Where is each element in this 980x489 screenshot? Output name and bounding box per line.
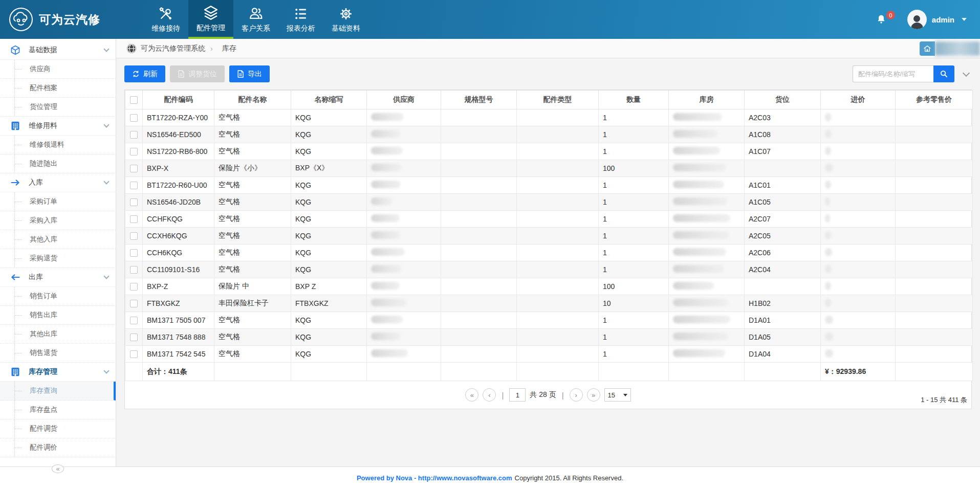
sidebar-item-3-3[interactable]: 销售退货 bbox=[0, 344, 116, 363]
sidebar-item-4-3[interactable]: 配件调价 bbox=[0, 438, 116, 457]
cell-code: CC1109101-S16 bbox=[143, 261, 214, 278]
row-checkbox[interactable] bbox=[130, 114, 138, 122]
last-page-button[interactable]: » bbox=[587, 388, 600, 402]
table-row[interactable]: BM1371 7542 545空气格KQG1D1A04 bbox=[125, 346, 973, 363]
page-size-select[interactable]: 15 bbox=[604, 388, 631, 402]
first-page-button[interactable]: « bbox=[465, 388, 478, 402]
table-row[interactable]: CC1109101-S16空气格KQG1A2C04 bbox=[125, 261, 973, 278]
cell-spec bbox=[441, 211, 517, 228]
sidebar-section: 入库 采购订单 采购入库 其他入库 采购退货 bbox=[0, 173, 116, 268]
row-checkbox[interactable] bbox=[130, 182, 138, 189]
table-row[interactable]: BXP-X保险片《小》BXP《X》100 bbox=[125, 160, 973, 177]
row-checkbox[interactable] bbox=[130, 148, 138, 155]
cell-qty: 1 bbox=[599, 329, 669, 346]
row-checkbox[interactable] bbox=[130, 317, 138, 324]
table-row[interactable]: CCXH6KQG空气格KQG1A2C05 bbox=[125, 228, 973, 244]
advanced-search-chevron-icon[interactable] bbox=[963, 69, 970, 76]
row-checkbox[interactable] bbox=[130, 131, 138, 139]
cell-qty: 100 bbox=[599, 278, 669, 295]
home-icon[interactable] bbox=[920, 41, 935, 56]
page-number-input[interactable] bbox=[509, 388, 526, 402]
user-menu-caret-icon[interactable] bbox=[962, 18, 967, 21]
table-row[interactable]: BT17220-RZA-Y00空气格KQG1A2C03 bbox=[125, 109, 973, 126]
sidebar-item-2-3[interactable]: 采购退货 bbox=[0, 249, 116, 268]
prev-page-button[interactable]: ‹ bbox=[483, 388, 496, 402]
row-checkbox[interactable] bbox=[130, 165, 138, 172]
search-button[interactable] bbox=[933, 65, 954, 82]
row-checkbox[interactable] bbox=[130, 198, 138, 206]
avatar[interactable] bbox=[907, 10, 927, 29]
table-row[interactable]: BXP-Z保险片 中BXP Z100 bbox=[125, 278, 973, 295]
refresh-button[interactable]: 刷新 bbox=[124, 65, 165, 82]
redacted-warehouse bbox=[673, 332, 728, 340]
sidebar-item-1-1[interactable]: 随进随出 bbox=[0, 154, 116, 173]
breadcrumb-system[interactable]: 可为云汽修管理系统 bbox=[141, 44, 205, 53]
sidebar-item-2-2[interactable]: 其他入库 bbox=[0, 230, 116, 249]
nav-tab-2[interactable]: 客户关系 bbox=[233, 0, 278, 39]
sidebar-item-0-2[interactable]: 货位管理 bbox=[0, 98, 116, 117]
notification-badge: 0 bbox=[886, 11, 895, 19]
sidebar-item-0-1[interactable]: 配件档案 bbox=[0, 79, 116, 98]
cell-qty: 1 bbox=[599, 244, 669, 261]
sidebar-item-1-0[interactable]: 维修领退料 bbox=[0, 136, 116, 154]
cell-retail bbox=[896, 346, 973, 363]
sidebar-item-0-0[interactable]: 供应商 bbox=[0, 60, 116, 79]
nav-tab-1[interactable]: 配件管理 bbox=[188, 0, 233, 39]
username-label[interactable]: admin bbox=[932, 15, 954, 24]
sidebar-section-header-3[interactable]: 出库 bbox=[0, 268, 116, 287]
table-row[interactable]: NS17220-RB6-800空气格KQG1A1C07 bbox=[125, 143, 973, 160]
powered-by-link[interactable]: Powered by Nova - http://www.novasoftwar… bbox=[357, 474, 512, 482]
sidebar-item-4-2[interactable]: 配件调货 bbox=[0, 419, 116, 438]
sidebar-item-2-1[interactable]: 采购入库 bbox=[0, 211, 116, 230]
row-checkbox[interactable] bbox=[130, 215, 138, 223]
nav-tab-3[interactable]: 报表分析 bbox=[278, 0, 323, 39]
cell-qty: 1 bbox=[599, 143, 669, 160]
sidebar-item-3-0[interactable]: 销售订单 bbox=[0, 287, 116, 306]
row-checkbox[interactable] bbox=[130, 350, 138, 358]
nav-tab-4[interactable]: 基础资料 bbox=[323, 0, 368, 39]
sidebar-item-2-0[interactable]: 采购订单 bbox=[0, 192, 116, 211]
row-checkbox[interactable] bbox=[130, 232, 138, 240]
next-page-button[interactable]: › bbox=[570, 388, 583, 402]
cell-qty: 1 bbox=[599, 126, 669, 143]
adjust-slot-button[interactable]: 调整货位 bbox=[170, 65, 225, 82]
sidebar-item-4-0[interactable]: 库存查询 bbox=[0, 382, 116, 401]
table-row[interactable]: BM1371 7548 888空气格KQG1D1A05 bbox=[125, 329, 973, 346]
sidebar-item-3-1[interactable]: 销售出库 bbox=[0, 306, 116, 325]
sidebar-item-3-2[interactable]: 其他出库 bbox=[0, 325, 116, 344]
sidebar-item-4-1[interactable]: 库存盘点 bbox=[0, 401, 116, 419]
cell-price bbox=[821, 312, 896, 329]
column-header-qty: 数量 bbox=[599, 91, 669, 109]
cell-name: 空气格 bbox=[214, 177, 291, 194]
cell-retail bbox=[896, 211, 973, 228]
cell-retail bbox=[896, 261, 973, 278]
table-row[interactable]: BT17220-R60-U00空气格KQG1A1C01 bbox=[125, 177, 973, 194]
table-row[interactable]: NS16546-ED500空气格KQG1A1C08 bbox=[125, 126, 973, 143]
sidebar-section-header-0[interactable]: 基础数据 bbox=[0, 41, 116, 60]
cell-name: 空气格 bbox=[214, 211, 291, 228]
table-row[interactable]: NS16546-JD20B空气格KQG1A1C05 bbox=[125, 194, 973, 211]
sidebar-section-header-1[interactable]: 维修用料 bbox=[0, 117, 116, 136]
sidebar-item-label: 供应商 bbox=[30, 64, 51, 74]
row-checkbox[interactable] bbox=[130, 300, 138, 307]
search-input[interactable] bbox=[853, 65, 933, 82]
cell-warehouse bbox=[669, 295, 745, 312]
table-row[interactable]: BM1371 7505 007空气格KQG1D1A01 bbox=[125, 312, 973, 329]
row-checkbox[interactable] bbox=[130, 334, 138, 341]
nav-tab-0[interactable]: 维修接待 bbox=[143, 0, 188, 39]
row-checkbox[interactable] bbox=[130, 266, 138, 274]
sidebar-section-header-2[interactable]: 入库 bbox=[0, 173, 116, 192]
row-checkbox[interactable] bbox=[130, 249, 138, 257]
export-button[interactable]: 导出 bbox=[229, 65, 270, 82]
table-row[interactable]: CCH6KQG空气格KQG1A2C06 bbox=[125, 244, 973, 261]
cell-ptype bbox=[517, 312, 599, 329]
table-row[interactable]: FTBXGKZ丰田保险杠卡子FTBXGKZ10H1B02 bbox=[125, 295, 973, 312]
row-checkbox[interactable] bbox=[130, 283, 138, 291]
sidebar-section-header-4[interactable]: 库存管理 bbox=[0, 363, 116, 382]
notification-bell-icon[interactable]: 0 bbox=[876, 14, 887, 25]
select-all-checkbox[interactable] bbox=[130, 96, 138, 104]
sidebar-item-label: 销售退货 bbox=[30, 348, 57, 358]
table-row[interactable]: CCHFKQG空气格KQG1A2C07 bbox=[125, 211, 973, 228]
cell-code: NS17220-RB6-800 bbox=[143, 143, 214, 160]
sidebar-collapse-button[interactable]: « bbox=[52, 464, 64, 473]
